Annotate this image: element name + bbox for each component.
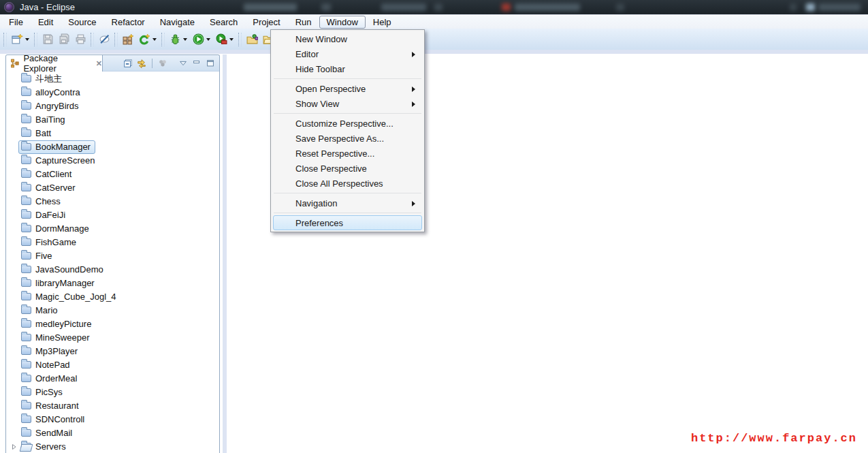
- print-icon[interactable]: [72, 31, 89, 48]
- open-type-folder-icon[interactable]: [244, 31, 260, 48]
- project-row[interactable]: OrderMeal: [6, 372, 219, 386]
- project-row[interactable]: alloyContra: [6, 86, 219, 99]
- watermark-url: http://www.farpay.cn: [691, 432, 857, 445]
- closed-folder-icon: [21, 157, 31, 164]
- new-wizard-icon[interactable]: [9, 31, 25, 48]
- project-row[interactable]: AngryBirds: [6, 99, 219, 113]
- main-toolbar: [0, 29, 868, 50]
- menu-item-reset-perspective[interactable]: Reset Perspective...: [273, 146, 422, 161]
- link-with-editor-icon[interactable]: [137, 59, 146, 68]
- project-row[interactable]: Restaurant: [6, 399, 219, 413]
- menu-item-open-perspective[interactable]: Open Perspective: [273, 81, 422, 96]
- blurred-tab: [616, 3, 624, 11]
- closed-folder-icon: [21, 375, 31, 382]
- maximize-icon[interactable]: [206, 59, 215, 68]
- menu-window[interactable]: Window: [319, 16, 366, 29]
- menu-navigate[interactable]: Navigate: [152, 16, 202, 29]
- closed-folder-icon: [21, 170, 31, 178]
- project-row[interactable]: 斗地主: [6, 72, 219, 86]
- project-row[interactable]: CaptureScreen: [6, 154, 219, 168]
- run-external-tools-icon[interactable]: [213, 31, 229, 48]
- menu-item-show-view[interactable]: Show View: [273, 96, 422, 111]
- toolbar-grip: [114, 33, 118, 46]
- project-row[interactable]: SDNControll: [6, 413, 219, 426]
- menu-help[interactable]: Help: [366, 16, 399, 29]
- project-row[interactable]: Magic_Cube_Jogl_4: [6, 290, 219, 304]
- collapse-all-icon[interactable]: [123, 59, 133, 68]
- view-menu-icon[interactable]: [178, 59, 188, 68]
- run-icon[interactable]: [190, 31, 206, 48]
- project-row[interactable]: libraryManager: [6, 277, 219, 290]
- separator: [152, 59, 152, 68]
- menu-item-save-perspective-as[interactable]: Save Perspective As...: [273, 131, 422, 146]
- menu-project[interactable]: Project: [245, 16, 287, 29]
- project-name: alloyContra: [35, 87, 80, 97]
- menu-item-navigation[interactable]: Navigation: [273, 196, 422, 210]
- new-java-class-icon[interactable]: [136, 31, 152, 48]
- close-icon[interactable]: ✕: [96, 59, 102, 68]
- project-row[interactable]: CatServer: [6, 181, 219, 195]
- toolbar-grip: [161, 33, 165, 46]
- project-row[interactable]: DaFeiJi: [6, 208, 219, 222]
- project-row[interactable]: JavaSoundDemo: [6, 263, 219, 277]
- menu-separator: [274, 193, 421, 193]
- project-name: DaFeiJi: [35, 210, 65, 220]
- project-row[interactable]: Batt: [6, 127, 219, 140]
- project-row[interactable]: medleyPicture: [6, 317, 219, 331]
- menu-item-hide-toolbar[interactable]: Hide Toolbar: [273, 61, 422, 76]
- toolbar-grip: [91, 33, 94, 46]
- blurred-tab: [806, 3, 815, 11]
- menu-item-preferences[interactable]: Preferences: [273, 215, 422, 230]
- project-row-selected[interactable]: BookManager: [6, 140, 219, 154]
- expand-arrow-icon[interactable]: [10, 444, 18, 450]
- menu-source[interactable]: Source: [61, 16, 103, 29]
- minimize-icon[interactable]: [192, 59, 202, 68]
- project-name: Mario: [35, 305, 58, 315]
- project-row[interactable]: NotePad: [6, 358, 219, 372]
- project-row[interactable]: MineSweeper: [6, 331, 219, 345]
- debug-icon[interactable]: [167, 31, 183, 48]
- panel-sash[interactable]: [223, 54, 227, 453]
- blurred-tab: [818, 3, 861, 11]
- external-tools-dropdown-icon[interactable]: [229, 38, 234, 41]
- skip-all-breakpoints-icon[interactable]: [96, 31, 112, 48]
- menu-refactor[interactable]: Refactor: [104, 16, 152, 29]
- menu-item-new-window[interactable]: New Window: [273, 31, 422, 46]
- save-icon[interactable]: [39, 31, 56, 48]
- project-row[interactable]: DormManage: [6, 222, 219, 236]
- menu-separator: [274, 78, 421, 79]
- menu-item-customize-perspective[interactable]: Customize Perspective...: [273, 116, 422, 131]
- menu-edit[interactable]: Edit: [31, 16, 61, 29]
- project-name: medleyPicture: [35, 319, 91, 329]
- project-row[interactable]: Servers: [6, 440, 219, 453]
- project-name: BookManager: [35, 142, 91, 152]
- project-name: Servers: [35, 441, 66, 452]
- project-row[interactable]: FishGame: [6, 236, 219, 249]
- project-row[interactable]: Mario: [6, 304, 219, 317]
- new-java-project-icon[interactable]: [120, 31, 136, 48]
- menu-file[interactable]: File: [1, 16, 31, 29]
- project-row[interactable]: PicSys: [6, 386, 219, 399]
- menu-search[interactable]: Search: [202, 16, 245, 29]
- project-row[interactable]: CatClient: [6, 168, 219, 181]
- menu-item-editor[interactable]: Editor: [273, 46, 422, 61]
- save-all-icon[interactable]: [56, 31, 72, 48]
- tab-package-explorer[interactable]: Package Explorer ✕: [6, 55, 103, 72]
- menu-run[interactable]: Run: [288, 16, 319, 29]
- menu-item-close-perspective[interactable]: Close Perspective: [273, 161, 422, 176]
- submenu-arrow-icon: [412, 87, 415, 92]
- new-dropdown-icon[interactable]: [25, 38, 29, 41]
- project-row[interactable]: Five: [6, 249, 219, 263]
- debug-dropdown-icon[interactable]: [183, 38, 187, 41]
- project-row[interactable]: SendMail: [6, 426, 219, 440]
- project-row[interactable]: BaiTing: [6, 113, 219, 127]
- menu-item-close-all-perspectives[interactable]: Close All Perspectives: [273, 176, 422, 191]
- project-row[interactable]: Mp3Player: [6, 345, 219, 358]
- new-class-dropdown-icon[interactable]: [152, 38, 157, 41]
- project-row[interactable]: Chess: [6, 195, 219, 208]
- run-dropdown-icon[interactable]: [206, 38, 210, 41]
- focus-on-task-icon[interactable]: [158, 59, 167, 68]
- closed-folder-icon: [21, 198, 31, 205]
- closed-folder-icon: [21, 89, 31, 96]
- closed-folder-icon: [21, 143, 31, 151]
